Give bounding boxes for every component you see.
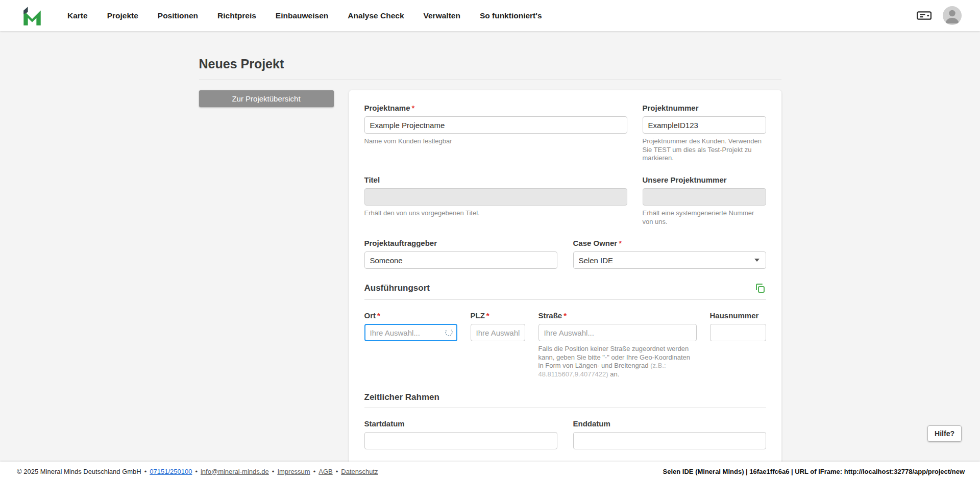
- projektname-helper: Name vom Kunden festlegbar: [364, 137, 627, 146]
- case-owner-select[interactable]: Selen IDE: [573, 251, 766, 269]
- projektauftraggeber-label: Projektauftraggeber: [364, 239, 557, 247]
- nav-item-analyse-check[interactable]: Analyse Check: [348, 11, 404, 20]
- ort-input-wrap: [364, 324, 457, 341]
- field-unsere-projektnummer: Unsere Projektnummer Erhält eine systemg…: [643, 175, 766, 226]
- left-column: Zur Projektübersicht: [199, 90, 334, 107]
- titel-input: [364, 188, 627, 206]
- separator-dot: •: [336, 468, 338, 475]
- separator-dot: •: [272, 468, 275, 475]
- label-text: Projektauftraggeber: [364, 239, 437, 247]
- strasse-input[interactable]: [538, 324, 697, 341]
- unsere-projektnummer-label: Unsere Projektnummer: [643, 175, 766, 184]
- startdatum-input[interactable]: [364, 432, 557, 449]
- copyright-text: © 2025 Mineral Minds Deutschland GmbH: [17, 468, 141, 475]
- projektauftraggeber-input[interactable]: [364, 251, 557, 269]
- strasse-helper: Falls die Position keiner Straße zugeord…: [538, 345, 697, 379]
- section-ausfuehrungsort: Ausführungsort: [364, 282, 766, 294]
- required-asterisk: *: [619, 239, 622, 247]
- nav-item-einbauweisen[interactable]: Einbauweisen: [276, 11, 328, 20]
- session-details: (Mineral Minds) | 16fae1ffc6a6 | URL of …: [694, 468, 965, 475]
- loading-spinner-icon: [445, 328, 453, 336]
- nav-right: [916, 6, 962, 25]
- projektnummer-input[interactable]: [643, 116, 766, 134]
- field-projektauftraggeber: Projektauftraggeber: [364, 239, 557, 269]
- footer-session-info: Selen IDE (Mineral Minds) | 16fae1ffc6a6…: [663, 468, 965, 475]
- field-startdatum: Startdatum: [364, 419, 557, 449]
- nav-links: Karte Projekte Positionen Richtpreis Ein…: [67, 11, 542, 20]
- user-avatar[interactable]: [943, 6, 962, 25]
- section-title-zeitraum: Zeitlicher Rahmen: [364, 392, 439, 402]
- nav-item-richtpreis[interactable]: Richtpreis: [217, 11, 256, 20]
- projektnummer-helper: Projektnummer des Kunden. Verwenden Sie …: [643, 137, 766, 163]
- label-text: Hausnummer: [710, 311, 759, 320]
- label-text: Straße: [538, 311, 562, 320]
- nav-item-verwalten[interactable]: Verwalten: [424, 11, 460, 20]
- strasse-label: Straße*: [538, 311, 697, 320]
- strasse-helper-suffix: an.: [608, 370, 620, 378]
- field-projektnummer: Projektnummer Projektnummer des Kunden. …: [643, 104, 766, 163]
- case-owner-label: Case Owner*: [573, 239, 766, 247]
- session-user: Selen IDE: [663, 468, 694, 475]
- title-divider: [199, 80, 781, 80]
- projektname-label: Projektname*: [364, 104, 627, 112]
- required-asterisk: *: [486, 311, 489, 320]
- row-name-number: Projektname* Name vom Kunden festlegbar …: [364, 104, 766, 163]
- required-asterisk: *: [412, 104, 415, 112]
- back-to-projects-button[interactable]: Zur Projektübersicht: [199, 90, 334, 107]
- top-navbar: Karte Projekte Positionen Richtpreis Ein…: [0, 0, 980, 31]
- section-title-ausfuehrungsort: Ausführungsort: [364, 283, 430, 293]
- label-text: Case Owner: [573, 239, 618, 247]
- impressum-link[interactable]: Impressum: [277, 468, 310, 475]
- unsere-projektnummer-input: [643, 188, 766, 206]
- hausnummer-input[interactable]: [710, 324, 766, 341]
- phone-link[interactable]: 07151/250100: [150, 468, 192, 475]
- field-projektname: Projektname* Name vom Kunden festlegbar: [364, 104, 627, 163]
- hausnummer-label: Hausnummer: [710, 311, 766, 320]
- email-link[interactable]: info@mineral-minds.de: [201, 468, 269, 475]
- plz-label: PLZ*: [471, 311, 525, 320]
- datenschutz-link[interactable]: Datenschutz: [341, 468, 378, 475]
- enddatum-label: Enddatum: [573, 419, 766, 428]
- project-form-card: Projektname* Name vom Kunden festlegbar …: [349, 90, 781, 465]
- agb-link[interactable]: AGB: [318, 468, 332, 475]
- required-asterisk: *: [564, 311, 567, 320]
- section-zeitlicher-rahmen: Zeitlicher Rahmen: [364, 392, 766, 402]
- field-ort: Ort*: [364, 311, 457, 379]
- ort-input[interactable]: [364, 324, 457, 341]
- startdatum-label: Startdatum: [364, 419, 557, 428]
- label-text: Enddatum: [573, 419, 610, 428]
- required-asterisk: *: [377, 311, 380, 320]
- label-text: Projektnummer: [643, 104, 699, 112]
- nav-item-projekte[interactable]: Projekte: [107, 11, 138, 20]
- field-enddatum: Enddatum: [573, 419, 766, 449]
- label-text: Unsere Projektnummer: [643, 175, 727, 184]
- field-hausnummer: Hausnummer: [710, 311, 766, 379]
- footer-left: © 2025 Mineral Minds Deutschland GmbH • …: [17, 468, 378, 475]
- row-titel-unsere: Titel Erhält den von uns vorgegebenen Ti…: [364, 175, 766, 226]
- ort-label: Ort*: [364, 311, 457, 320]
- label-text: Startdatum: [364, 419, 405, 428]
- nav-item-karte[interactable]: Karte: [67, 11, 88, 20]
- projektname-input[interactable]: [364, 116, 627, 134]
- titel-label: Titel: [364, 175, 627, 184]
- help-button[interactable]: Hilfe?: [927, 425, 962, 442]
- section-divider: [364, 408, 766, 408]
- nav-item-so-funktionierts[interactable]: So funktioniert's: [480, 11, 542, 20]
- mineral-minds-logo[interactable]: [20, 5, 45, 27]
- row-dates: Startdatum Enddatum: [364, 419, 766, 449]
- server-icon[interactable]: [916, 7, 933, 24]
- titel-helper: Erhält den von uns vorgegebenen Titel.: [364, 209, 627, 218]
- field-strasse: Straße* Falls die Position keiner Straße…: [538, 311, 697, 379]
- enddatum-input[interactable]: [573, 432, 766, 449]
- copy-icon[interactable]: [754, 282, 766, 294]
- label-text: PLZ: [471, 311, 485, 320]
- separator-dot: •: [195, 468, 198, 475]
- row-auftraggeber-owner: Projektauftraggeber Case Owner* Selen ID…: [364, 239, 766, 269]
- plz-input[interactable]: [471, 324, 525, 341]
- strasse-helper-main: Falls die Position keiner Straße zugeord…: [538, 345, 691, 369]
- nav-item-positionen[interactable]: Positionen: [158, 11, 198, 20]
- separator-dot: •: [313, 468, 316, 475]
- page-title: Neues Projekt: [199, 57, 781, 71]
- label-text: Ort: [364, 311, 376, 320]
- footer: © 2025 Mineral Minds Deutschland GmbH • …: [0, 462, 980, 481]
